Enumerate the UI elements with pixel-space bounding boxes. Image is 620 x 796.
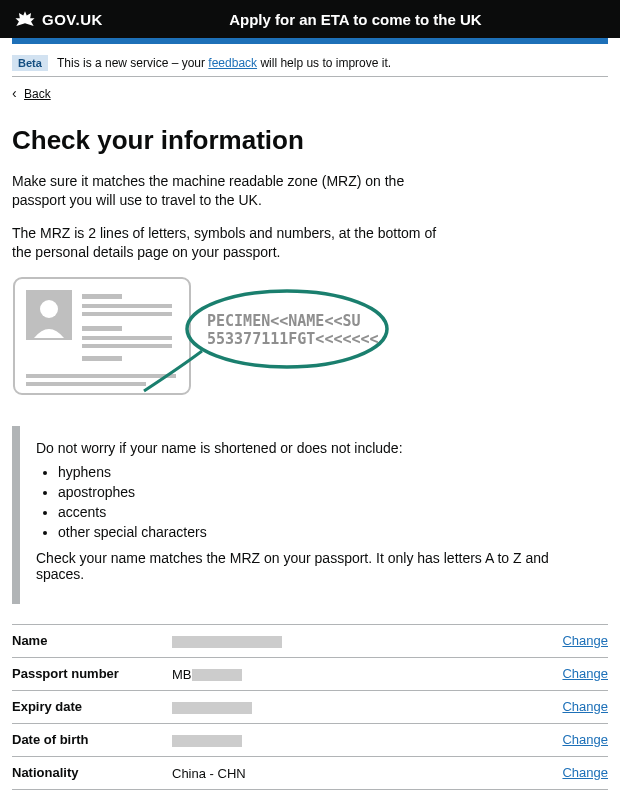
- svg-rect-10: [26, 374, 176, 378]
- back-link[interactable]: Back: [12, 85, 608, 101]
- svg-rect-7: [82, 336, 172, 340]
- summary-value: [172, 699, 562, 715]
- summary-row: NationalityChina - CHNChange: [12, 756, 608, 789]
- intro-paragraph-2: The MRZ is 2 lines of letters, symbols a…: [12, 224, 442, 262]
- summary-key: Name: [12, 633, 172, 648]
- summary-row: Expiry dateChange: [12, 690, 608, 723]
- list-item: other special characters: [58, 524, 594, 540]
- redacted-value: [192, 669, 242, 681]
- govuk-logo[interactable]: GOV.UK: [42, 11, 103, 28]
- svg-rect-11: [26, 382, 146, 386]
- redacted-value: [172, 735, 242, 747]
- beta-text-prefix: This is a new service – your: [57, 56, 208, 70]
- service-title: Apply for an ETA to come to the UK: [103, 11, 608, 28]
- redacted-value: [172, 702, 252, 714]
- svg-rect-4: [82, 304, 172, 308]
- main-content: Check your information Make sure it matc…: [0, 125, 620, 796]
- svg-rect-5: [82, 312, 172, 316]
- summary-key: Passport number: [12, 666, 172, 681]
- phase-banner: Beta This is a new service – your feedba…: [12, 50, 608, 77]
- beta-text-suffix: will help us to improve it.: [257, 56, 391, 70]
- change-link[interactable]: Change: [562, 633, 608, 648]
- summary-value: MB: [172, 666, 562, 682]
- change-link[interactable]: Change: [562, 765, 608, 780]
- intro-paragraph-1: Make sure it matches the machine readabl…: [12, 172, 442, 210]
- list-item: accents: [58, 504, 594, 520]
- mrz-diagram: PECIMEN<<NAME<<SU 553377111FGT<<<<<<<: [12, 276, 392, 406]
- summary-value: [172, 633, 562, 649]
- beta-tag: Beta: [12, 55, 48, 71]
- change-link[interactable]: Change: [562, 732, 608, 747]
- summary-row: Passport numberMBChange: [12, 657, 608, 690]
- svg-point-2: [40, 300, 58, 318]
- summary-row: Date of birthChange: [12, 723, 608, 756]
- svg-rect-6: [82, 326, 122, 331]
- page-title: Check your information: [12, 125, 608, 156]
- change-link[interactable]: Change: [562, 666, 608, 681]
- summary-key: Date of birth: [12, 732, 172, 747]
- list-item: apostrophes: [58, 484, 594, 500]
- crown-icon: [12, 8, 38, 30]
- svg-text:PECIMEN<<NAME<<SU: PECIMEN<<NAME<<SU: [207, 312, 361, 330]
- summary-key: Expiry date: [12, 699, 172, 714]
- summary-list: NameChangePassport numberMBChangeExpiry …: [12, 624, 608, 796]
- svg-rect-3: [82, 294, 122, 299]
- list-item: hyphens: [58, 464, 594, 480]
- change-link[interactable]: Change: [562, 699, 608, 714]
- site-header: GOV.UK Apply for an ETA to come to the U…: [0, 0, 620, 38]
- svg-rect-9: [82, 356, 122, 361]
- svg-rect-8: [82, 344, 172, 348]
- feedback-link[interactable]: feedback: [208, 56, 257, 70]
- inset-list: hyphens apostrophes accents other specia…: [36, 464, 594, 540]
- summary-row: NameChange: [12, 624, 608, 657]
- summary-value: China - CHN: [172, 765, 562, 781]
- redacted-value: [172, 636, 282, 648]
- summary-key: Nationality: [12, 765, 172, 780]
- inset-text: Do not worry if your name is shortened o…: [12, 426, 608, 604]
- summary-value: [172, 732, 562, 748]
- svg-text:553377111FGT<<<<<<<: 553377111FGT<<<<<<<: [207, 330, 379, 348]
- inset-lead: Do not worry if your name is shortened o…: [36, 440, 594, 456]
- summary-row: Country of issueChina - CHNChange: [12, 789, 608, 796]
- header-divider: [12, 38, 608, 44]
- inset-tail: Check your name matches the MRZ on your …: [36, 550, 594, 582]
